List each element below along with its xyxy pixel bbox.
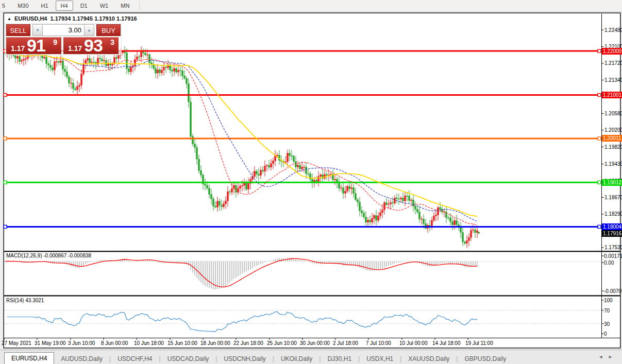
price-tick-1.21720: 1.21720 — [604, 60, 622, 66]
buy-price-sup: 3 — [110, 38, 114, 46]
timeframe-button-h4[interactable]: H4 — [56, 1, 73, 11]
timeframe-button-d1[interactable]: D1 — [75, 1, 93, 11]
last-price-marker — [478, 232, 480, 234]
chart-tab-xauusd[interactable]: XAUUSD,Daily — [401, 354, 456, 364]
tab-scroll-arrows[interactable]: ◄► — [598, 354, 618, 359]
price-line-badge-1.22000: 1.22000 — [602, 48, 622, 55]
sell-price-big: 91 — [27, 36, 45, 56]
timeframe-button-w1[interactable]: W1 — [95, 1, 114, 11]
price-tick-1.20200: 1.20200 — [604, 127, 622, 133]
sell-button[interactable]: SELL — [6, 24, 30, 36]
chart-tab-gbpusd[interactable]: GBPUSD,Daily — [458, 354, 513, 364]
tab-scroll-right-icon: ► — [608, 354, 618, 359]
time-tick-15: 19 Jul 11:00 — [465, 340, 493, 346]
rsi-axis-tick: 30 — [604, 321, 622, 327]
chart-tab-usdchf[interactable]: USDCHF,H4 — [111, 354, 159, 364]
chart-tab-bar: EURUSD,H4|AUDUSD,Daily|USDCHF,H4|USDCAD,… — [0, 350, 622, 364]
timeframe-toolbar: 5M30H1H4D1W1MN — [0, 0, 622, 12]
chart-title: ▲ EURUSD,H4 1.17934 1.17945 1.17910 1.17… — [7, 15, 137, 22]
buy-price-tile[interactable]: 1.17 93 3 — [63, 37, 119, 54]
price-tick-1.20580: 1.20580 — [604, 111, 622, 116]
price-tick-1.22480: 1.22480 — [604, 27, 622, 33]
price-line-badge-1.21001: 1.21001 — [602, 92, 622, 98]
macd-axis-tick: 0.001718 — [604, 253, 622, 259]
rsi-axis-tick: 0 — [604, 331, 622, 337]
time-tick-6: 15 Jun 10:00 — [167, 340, 197, 346]
rsi-axis-tick: 100 — [604, 298, 622, 303]
chart-tab-usdcad[interactable]: USDCAD,Daily — [161, 354, 216, 364]
sell-price-sup: 9 — [53, 38, 57, 46]
price-tick-1.19430: 1.19430 — [604, 161, 622, 167]
chart-tab-audusd[interactable]: AUDUSD,Daily — [54, 354, 109, 364]
time-tick-8: 22 Jun 18:00 — [233, 340, 263, 346]
chart-ohlc-values: 1.17934 1.17945 1.17910 1.17916 — [51, 15, 137, 22]
price-tick-1.21340: 1.21340 — [604, 77, 622, 83]
volume-increase-button[interactable]: ▲ — [84, 24, 94, 36]
sell-price-tile[interactable]: 1.17 91 9 — [6, 37, 61, 54]
price-tick-1.19820: 1.19820 — [604, 144, 622, 150]
volume-input[interactable] — [43, 24, 84, 36]
time-tick-3: 3 Jun 10:00 — [68, 340, 95, 346]
chart-tab-dj30[interactable]: DJ30,H1 — [321, 354, 358, 364]
toolbar-separator — [140, 1, 141, 10]
time-tick-9: 25 Jun 10:00 — [267, 340, 297, 346]
tab-scroll-left-icon: ◄ — [598, 354, 608, 359]
timeframe-button-5[interactable]: 5 — [0, 1, 10, 11]
macd-axis-tick: 0.00 — [604, 260, 622, 266]
sell-price-small: 1.17 — [11, 44, 25, 53]
current-price-badge: 1.17916 — [602, 230, 622, 237]
time-tick-12: 7 Jul 10:00 — [366, 340, 391, 346]
price-line-badge-1.18004: 1.18004 — [602, 223, 622, 230]
chart-tab-ukoil[interactable]: UKOil,Daily — [274, 354, 319, 364]
mt4-window: 5M30H1H4D1W1MN ▲ EURUSD,H4 1.17934 1.179… — [0, 0, 622, 364]
price-tick-1.18290: 1.18290 — [604, 211, 622, 217]
time-tick-5: 10 Jun 18:00 — [134, 340, 164, 346]
timeframe-button-mn[interactable]: MN — [115, 1, 135, 11]
chart-tab-eurusd[interactable]: EURUSD,H4 — [4, 352, 54, 364]
time-tick-10: 30 Jun 00:00 — [300, 340, 330, 346]
chart-symbol-label: EURUSD,H4 — [14, 15, 47, 22]
macd-indicator-label: MACD(12,26,9) -0.000867 -0.000838 — [6, 253, 91, 258]
chart-tab-usdx[interactable]: USDX,H1 — [360, 354, 400, 364]
buy-price-small: 1.17 — [68, 44, 82, 53]
one-click-panel-toggle-icon[interactable]: ▲ — [7, 16, 11, 21]
time-tick-1: 27 May 2021 — [2, 340, 31, 346]
rsi-axis-tick: 70 — [604, 308, 622, 314]
time-tick-14: 14 Jul 18:00 — [432, 340, 461, 346]
buy-button[interactable]: BUY — [96, 24, 121, 36]
time-tick-2: 31 May 19:00 — [35, 340, 66, 346]
time-tick-7: 18 Jun 00:00 — [200, 340, 230, 346]
timeframe-button-m30[interactable]: M30 — [12, 1, 33, 11]
one-click-trading-panel: SELL ▼ ▲ BUY 1.17 91 9 1.17 93 3 — [5, 23, 122, 55]
volume-decrease-button[interactable]: ▼ — [32, 24, 43, 36]
price-tick-1.18670: 1.18670 — [604, 195, 622, 200]
timeframe-button-h1[interactable]: H1 — [36, 1, 54, 11]
macd-axis-tick: -0.00709 — [604, 288, 622, 294]
buy-price-big: 93 — [84, 36, 103, 56]
time-tick-11: 2 Jul 18:00 — [333, 340, 358, 346]
down-arrow-icon: ▼ — [36, 28, 40, 32]
chart-tab-usdcnh[interactable]: USDCNH,Daily — [217, 354, 272, 364]
time-tick-4: 8 Jun 00:00 — [101, 340, 128, 346]
up-arrow-icon: ▲ — [88, 28, 91, 32]
price-tick-1.17530: 1.17530 — [604, 245, 622, 250]
price-line-badge-1.20011: 1.20011 — [602, 135, 622, 142]
rsi-indicator-label: RSI(14) 43.3021 — [6, 298, 44, 303]
time-tick-13: 10 Jul 00:00 — [399, 340, 428, 346]
price-line-badge-1.19012: 1.19012 — [602, 179, 622, 186]
